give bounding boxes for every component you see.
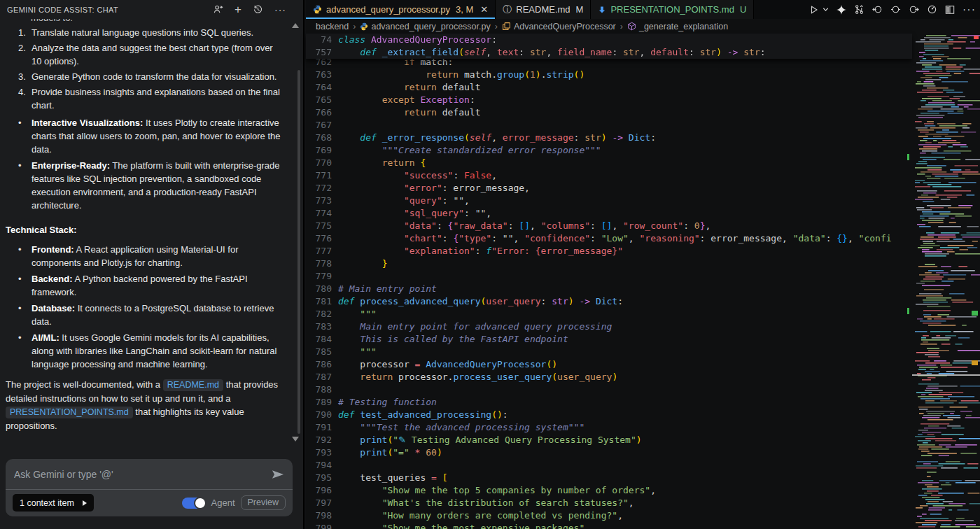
tab-README.md[interactable]: ⓘREADME.mdM <box>496 0 591 19</box>
line-number: 793 <box>306 446 332 459</box>
line-number: 778 <box>306 258 332 270</box>
minimap-canvas <box>912 34 980 529</box>
run-icon[interactable] <box>809 5 819 15</box>
more-actions-icon[interactable]: ··· <box>962 3 976 16</box>
arrow-down-icon <box>598 6 606 14</box>
numbered-list: 1.Translate natural language questions i… <box>0 26 294 114</box>
list-item: •Enterprise-Ready: The platform is built… <box>0 159 294 215</box>
line-number: 784 <box>306 333 332 346</box>
tab-badge: M <box>576 4 584 15</box>
file-chip[interactable]: PRESENTATION_POINTS.md <box>6 407 133 418</box>
list-item: 3.Generate Python code to transform the … <box>0 70 294 85</box>
breadcrumb-item[interactable]: advanced_query_processor.py <box>360 22 490 31</box>
section-heading: Technical Stack: <box>0 215 294 241</box>
close-icon[interactable]: ✕ <box>480 4 488 15</box>
code-line: 768 def _error_response(self, error_mess… <box>306 132 912 144</box>
line-number: 792 <box>306 434 332 446</box>
breadcrumb-item[interactable]: backend <box>316 22 349 31</box>
breadcrumb-item[interactable]: AdvancedQueryProcessor <box>502 22 616 31</box>
editor-toolbar: ··· <box>809 0 976 19</box>
circle-icon[interactable] <box>890 4 901 15</box>
python-icon <box>360 22 368 31</box>
code-line: 799 "Show me the most expensive packages… <box>306 522 912 529</box>
line-number: 769 <box>306 144 332 157</box>
breadcrumb: backend›advanced_query_processor.py›Adva… <box>306 19 980 34</box>
code-line: 765 except Exception: <box>306 94 912 106</box>
agent-toggle[interactable] <box>182 498 206 509</box>
line-number: 786 <box>306 358 332 371</box>
line-number: 767 <box>306 119 332 132</box>
agent-label: Agent <box>211 498 235 508</box>
chat-input[interactable] <box>14 469 266 480</box>
chat-scrollbar[interactable] <box>298 70 300 434</box>
scroll-down-icon[interactable] <box>292 437 299 442</box>
circle-forward-icon[interactable] <box>909 4 919 15</box>
more-icon[interactable]: ··· <box>274 5 286 15</box>
line-number: 768 <box>306 132 332 144</box>
closing-paragraph: The project is well-documented, with a R… <box>0 374 294 432</box>
send-icon[interactable] <box>272 469 284 480</box>
feature-bullet-list: •Interactive Visualizations: It uses Plo… <box>0 116 294 215</box>
code-line: 786 processor = AdvancedQueryProcessor() <box>306 358 912 371</box>
list-item: •Interactive Visualizations: It uses Plo… <box>0 116 294 159</box>
line-number: 763 <box>306 69 332 81</box>
code-line: 779 <box>306 270 912 283</box>
context-items-button[interactable]: 1 context item <box>13 494 94 512</box>
line-number: 797 <box>306 497 332 509</box>
line-number: 795 <box>306 472 332 484</box>
minimap[interactable] <box>912 34 980 529</box>
code-line: 780# Main entry point <box>306 283 912 295</box>
code-line: 777 "explanation": f"Error: {error_messa… <box>306 245 912 258</box>
preview-button[interactable]: Preview <box>241 495 286 510</box>
code-line: 792 print("✎ Testing Advanced Query Proc… <box>306 434 912 446</box>
line-number: 773 <box>306 195 332 207</box>
chevron-right-icon <box>83 500 87 506</box>
list-item: •Frontend: A React application using Mat… <box>0 243 294 272</box>
code-line: 778 } <box>306 258 912 270</box>
line-number: 772 <box>306 182 332 195</box>
code-line: 790def test_advanced_processing(): <box>306 409 912 421</box>
overview-ruler-mark <box>974 36 979 39</box>
gemini-chat-panel: GEMINI CODE ASSIST: CHAT + ··· models to… <box>0 0 304 529</box>
minimap-slider-line[interactable] <box>912 374 980 376</box>
source-control-icon[interactable] <box>854 4 864 15</box>
tab-badge: 3, M <box>456 4 473 15</box>
chevron-down-icon[interactable] <box>822 6 829 13</box>
breadcrumb-separator: › <box>495 22 498 31</box>
line-number: 791 <box>306 421 332 434</box>
gemini-sparkle-icon[interactable] <box>836 5 846 15</box>
scroll-up-icon[interactable] <box>292 23 299 28</box>
line-number: 790 <box>306 409 332 421</box>
code-line: 770 return { <box>306 157 912 169</box>
list-item: 2.Analyze the data and suggest the best … <box>0 41 294 70</box>
line-number: 787 <box>306 371 332 383</box>
line-number: 789 <box>306 396 332 409</box>
breadcrumb-separator: › <box>620 22 623 31</box>
tab-advanced_query_processor.py[interactable]: advanced_query_processor.py3, M✕ <box>306 0 496 19</box>
code-lines: 762 if match:763 return match.group(1).s… <box>306 56 912 529</box>
panel-title: GEMINI CODE ASSIST: CHAT <box>7 6 213 14</box>
agent-picker-icon[interactable] <box>213 4 223 15</box>
line-number: 785 <box>306 346 332 358</box>
line-number: 794 <box>306 459 332 472</box>
history-icon[interactable] <box>253 4 263 15</box>
line-number: 776 <box>306 232 332 245</box>
line-number: 764 <box>306 81 332 94</box>
breadcrumb-item[interactable]: _generate_explanation <box>627 22 728 31</box>
timer-icon[interactable] <box>927 4 937 15</box>
split-editor-icon[interactable] <box>945 5 955 15</box>
code-line: 785 """ <box>306 346 912 358</box>
line-number: 771 <box>306 169 332 182</box>
chat-transcript[interactable]: models to: 1.Translate natural language … <box>0 19 294 451</box>
line-number: 799 <box>306 522 332 529</box>
line-number: 766 <box>306 106 332 119</box>
chat-panel-header: GEMINI CODE ASSIST: CHAT + ··· <box>0 0 303 19</box>
file-chip[interactable]: README.md <box>163 379 223 391</box>
tab-PRESENTATION_POINTS.md[interactable]: PRESENTATION_POINTS.mdU <box>591 0 754 19</box>
code-line: 774 "sql_query": "", <box>306 207 912 220</box>
code-line: 772 "error": error_message, <box>306 182 912 195</box>
new-chat-icon[interactable]: + <box>234 3 241 15</box>
circle-back-icon[interactable] <box>872 4 883 15</box>
line-number: 779 <box>306 270 332 283</box>
overview-ruler-mark <box>972 360 978 365</box>
